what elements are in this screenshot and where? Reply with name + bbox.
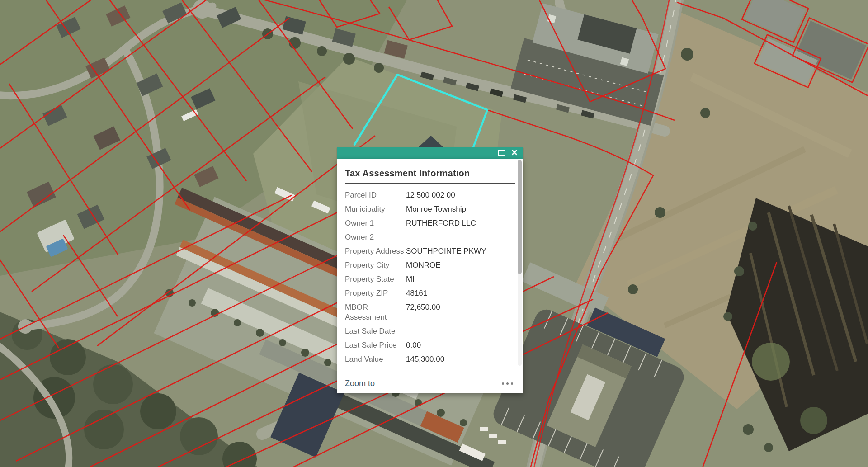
field-label: Property City [345, 260, 406, 270]
popup-title: Tax Assessment Information [337, 159, 523, 183]
field-value: 145,300.00 [406, 354, 509, 364]
field-row: Parcel ID 12 500 002 00 [345, 190, 509, 200]
field-row: MBOR Assessment 72,650.00 [345, 302, 509, 322]
field-label: Land Value [345, 354, 406, 364]
dock-icon [498, 150, 505, 156]
field-value: MONROE [406, 260, 509, 270]
popup-header: ✕ [337, 147, 523, 159]
field-row: Property ZIP 48161 [345, 288, 509, 298]
close-icon: ✕ [511, 149, 518, 157]
scrollbar-thumb[interactable] [518, 160, 522, 274]
field-label: Owner 1 [345, 218, 406, 228]
field-label: Owner 2 [345, 232, 406, 242]
popup-body: Tax Assessment Information Parcel ID 12 … [337, 159, 523, 393]
field-label: Property ZIP [345, 288, 406, 298]
field-label: Municipality [345, 204, 406, 214]
dock-button[interactable] [498, 148, 505, 157]
field-row: Property State MI [345, 274, 509, 284]
field-value [406, 326, 509, 336]
field-value: 72,650.00 [406, 302, 509, 322]
field-row: Land Value 145,300.00 [345, 354, 509, 364]
ellipsis-icon [502, 382, 504, 385]
field-value: 48161 [406, 288, 509, 298]
field-row: Owner 1 RUTHERFORD LLC [345, 218, 509, 228]
zoom-to-link[interactable]: Zoom to [345, 379, 375, 388]
more-actions-button[interactable] [500, 381, 515, 387]
field-value: MI [406, 274, 509, 284]
field-value: SOUTHPOINTE PKWY [406, 246, 509, 256]
field-row: Owner 2 [345, 232, 509, 242]
popup-pointer [419, 136, 443, 147]
popup-scrollbar[interactable] [518, 160, 522, 366]
field-value: RUTHERFORD LLC [406, 218, 509, 228]
field-value [406, 232, 509, 242]
field-label: Property Address [345, 246, 406, 256]
field-label: Last Sale Price [345, 340, 406, 350]
field-label: Last Sale Date [345, 326, 406, 336]
field-row: Property City MONROE [345, 260, 509, 270]
field-row: Last Sale Price 0.00 [345, 340, 509, 350]
field-row: Property Address SOUTHPOINTE PKWY [345, 246, 509, 256]
popup-tax-assessment: ✕ Tax Assessment Information Parcel ID 1… [337, 147, 523, 393]
field-value: 0.00 [406, 340, 509, 350]
close-button[interactable]: ✕ [511, 148, 518, 157]
field-label: MBOR Assessment [345, 302, 406, 322]
popup-footer: Zoom to [337, 373, 523, 393]
field-value: Monroe Township [406, 204, 509, 214]
field-value: 12 500 002 00 [406, 190, 509, 200]
field-label: Parcel ID [345, 190, 406, 200]
field-label: Property State [345, 274, 406, 284]
field-list: Parcel ID 12 500 002 00 Municipality Mon… [337, 184, 523, 364]
field-row: Municipality Monroe Township [345, 204, 509, 214]
field-row: Last Sale Date [345, 326, 509, 336]
